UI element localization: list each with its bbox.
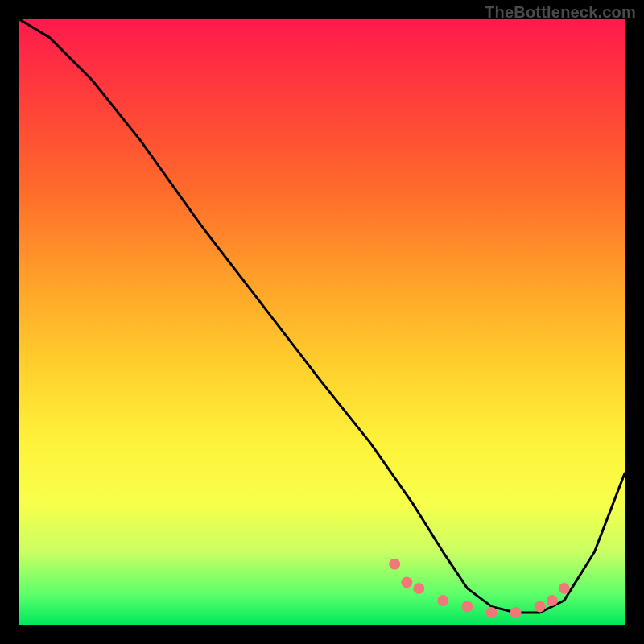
highlight-dot <box>559 583 570 594</box>
highlight-dot <box>486 607 497 618</box>
highlight-dot <box>547 595 558 606</box>
highlight-dot <box>462 601 473 612</box>
highlight-dot <box>535 601 546 612</box>
watermark-text: TheBottleneck.com <box>485 3 636 22</box>
curve-svg <box>19 19 625 625</box>
highlight-dot <box>401 576 412 588</box>
highlight-dot <box>413 583 424 594</box>
highlight-dot <box>510 607 522 618</box>
chart-frame: TheBottleneck.com <box>0 0 644 644</box>
plot-area <box>19 19 625 625</box>
highlight-dot <box>389 559 400 570</box>
bottleneck-curve-path <box>19 19 625 613</box>
curve-layer <box>19 19 625 613</box>
highlight-dot <box>437 595 448 606</box>
markers-layer <box>389 559 570 618</box>
